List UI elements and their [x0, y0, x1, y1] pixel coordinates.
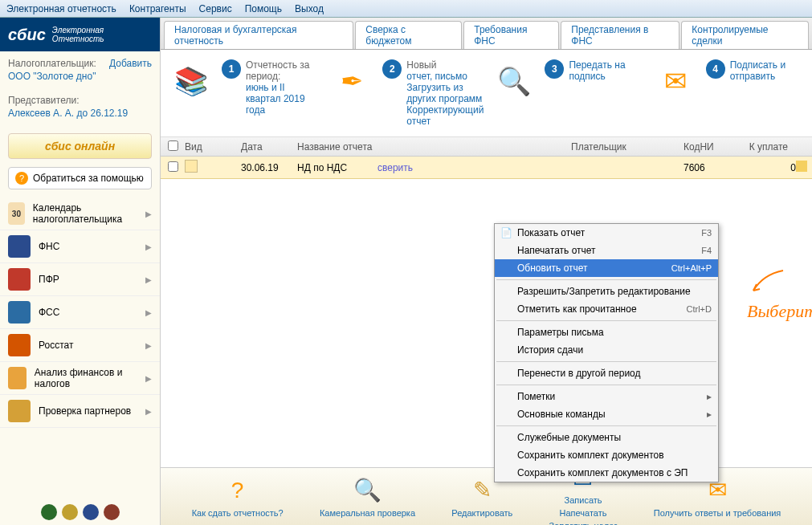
menu-separator	[496, 361, 716, 362]
nav-icon	[8, 301, 31, 324]
verify-link[interactable]: сверить	[377, 162, 413, 173]
step-link[interactable]: Подписать и отправить	[730, 59, 806, 82]
nav-label: Росстат	[39, 340, 73, 351]
submenu-arrow-icon: ▸	[707, 391, 712, 402]
col-code[interactable]: КодНИ	[683, 141, 732, 153]
chevron-right-icon: ▶	[145, 374, 152, 383]
step-icon: ✒	[328, 59, 376, 103]
badge-icon	[41, 504, 57, 520]
row-checkbox[interactable]	[168, 161, 178, 172]
menu-shortcut: Ctrl+Alt+P	[671, 263, 712, 273]
menu-separator	[496, 320, 716, 321]
step-3: 🔍3Передать на подпись	[490, 59, 644, 127]
menu-item-label: Разрешить/Запретить редактирование	[517, 286, 691, 297]
menu-exit[interactable]: Выход	[295, 3, 324, 14]
col-name[interactable]: Название отчета	[297, 141, 571, 153]
nav-item-1[interactable]: ФНС▶	[0, 230, 160, 263]
step-number: 4	[706, 59, 725, 79]
taxpayer-block: Налогоплательщик: Добавить ООО "Золотое …	[0, 51, 160, 88]
tab-2[interactable]: Требования ФНС	[463, 21, 559, 49]
col-payer[interactable]: Плательщик	[571, 141, 683, 153]
menu-contragents[interactable]: Контрагенты	[129, 3, 186, 14]
nav-item-0[interactable]: 30Календарь налогоплательщика▶	[0, 197, 160, 230]
menu-separator	[496, 425, 716, 426]
tab-3[interactable]: Представления в ФНС	[561, 21, 679, 49]
step-icon: 📚	[167, 59, 215, 103]
nav-item-6[interactable]: Проверка партнеров▶	[0, 395, 160, 428]
menubar: Электронная отчетность Контрагенты Серви…	[0, 0, 812, 18]
logo-area: сбис Электронная Отчетность	[0, 18, 160, 51]
step-link[interactable]: отчет, письмо	[406, 71, 484, 82]
bottom-action-line[interactable]: Записать	[565, 495, 602, 505]
menu-service[interactable]: Сервис	[199, 3, 232, 14]
menu-help[interactable]: Помощь	[245, 3, 282, 14]
select-all-checkbox[interactable]	[168, 140, 178, 151]
taxpayer-name[interactable]: ООО "Золотое дно"	[8, 71, 152, 82]
nav-item-2[interactable]: ПФР▶	[0, 263, 160, 296]
row-pay: 0	[732, 162, 796, 173]
menu-item-13[interactable]: Основные команды▸	[495, 405, 718, 423]
content-area: Налоговая и бухгалтерская отчетностьСвер…	[161, 18, 812, 525]
bottom-action-line[interactable]: Заплатить налог	[549, 521, 618, 526]
bottom-action-0[interactable]: ?Как сдать отчетность?	[192, 476, 284, 518]
step-2: ✒2Новыйотчет, письмоЗагрузить из других …	[328, 59, 484, 127]
nav-item-3[interactable]: ФСС▶	[0, 296, 160, 329]
col-vid[interactable]: Вид	[185, 141, 241, 153]
nav-item-4[interactable]: Росстат▶	[0, 329, 160, 362]
tab-0[interactable]: Налоговая и бухгалтерская отчетность	[164, 21, 353, 49]
bottom-action-line[interactable]: Напечатать	[560, 508, 607, 518]
step-link[interactable]: Передать на подпись	[569, 59, 644, 82]
submenu-arrow-icon: ▸	[707, 409, 712, 420]
menu-item-label: Параметры письма	[517, 327, 604, 338]
help-button-label: Обратиться за помощью	[33, 173, 144, 184]
menu-shortcut: F4	[701, 246, 712, 255]
arrow-icon	[747, 267, 787, 299]
menu-item-label: Напечатать отчет	[517, 245, 596, 256]
menu-ereport[interactable]: Электронная отчетность	[6, 3, 116, 14]
nav-item-5[interactable]: Анализ финансов и налогов▶	[0, 362, 160, 395]
menu-item-label: Показать отчет	[517, 227, 585, 238]
nav-label: Проверка партнеров	[39, 405, 131, 417]
menu-item-7[interactable]: Параметры письма	[495, 324, 718, 341]
sbis-online-button[interactable]: сбис онлайн	[8, 133, 152, 159]
menu-item-label: Сохранить комплект документов	[517, 450, 664, 461]
step-link[interactable]: Корректирующий отчет	[406, 104, 484, 127]
menu-item-15[interactable]: Служебные документы	[495, 429, 718, 446]
help-button[interactable]: ? Обратиться за помощью	[8, 167, 152, 189]
menu-item-10[interactable]: Перенести в другой период	[495, 364, 718, 382]
menu-item-2[interactable]: Обновить отчетCtrl+Alt+P	[495, 259, 718, 277]
tab-1[interactable]: Сверка с бюджетом	[355, 21, 462, 49]
menu-item-17[interactable]: Сохранить комплект документов с ЭП	[495, 464, 718, 482]
menu-item-1[interactable]: Напечатать отчетF4	[495, 242, 718, 259]
menu-item-label: Основные команды	[517, 409, 606, 420]
chevron-right-icon: ▶	[145, 275, 152, 284]
tab-4[interactable]: Контролируемые сделки	[681, 21, 809, 49]
menu-item-5[interactable]: Отметить как прочитанноеCtrl+D	[495, 300, 718, 318]
col-pay[interactable]: К уплате	[732, 141, 812, 153]
step-number: 3	[545, 59, 564, 79]
menu-item-label: Обновить отчет	[517, 262, 588, 274]
menu-item-12[interactable]: Пометки▸	[495, 388, 718, 405]
menu-item-label: Отметить как прочитанное	[517, 303, 637, 315]
annotation-text: Выберите	[747, 301, 812, 322]
representative-name[interactable]: Алексеев А. А. до 26.12.19	[8, 108, 152, 119]
menu-item-0[interactable]: 📄Показать отчетF3	[495, 224, 718, 242]
representatives-block: Представители: Алексеев А. А. до 26.12.1…	[0, 88, 160, 125]
menu-item-16[interactable]: Сохранить комплект документов	[495, 446, 718, 464]
add-taxpayer-link[interactable]: Добавить	[109, 58, 152, 69]
representatives-label: Представители:	[8, 95, 152, 106]
col-date[interactable]: Дата	[241, 141, 297, 153]
step-number: 2	[382, 59, 402, 79]
step-link[interactable]: Загрузить из других программ	[406, 82, 484, 104]
step-label: Новый	[406, 59, 484, 71]
step-4: ✉4Подписать и отправить	[651, 59, 806, 127]
menu-item-8[interactable]: История сдачи	[495, 341, 718, 359]
menu-item-4[interactable]: Разрешить/Запретить редактирование	[495, 283, 718, 300]
bottom-action-1[interactable]: 🔍Камеральная проверка	[320, 476, 415, 518]
step-link[interactable]: июнь и II квартал 2019 года	[246, 82, 321, 116]
menu-item-label: История сдачи	[517, 344, 583, 356]
nav-icon	[8, 235, 31, 258]
sidebar: сбис Электронная Отчетность Налогоплател…	[0, 18, 161, 525]
grid-row[interactable]: 30.06.19 НД по НДС сверить 7606 0	[161, 157, 812, 179]
badge-icon	[104, 504, 120, 520]
